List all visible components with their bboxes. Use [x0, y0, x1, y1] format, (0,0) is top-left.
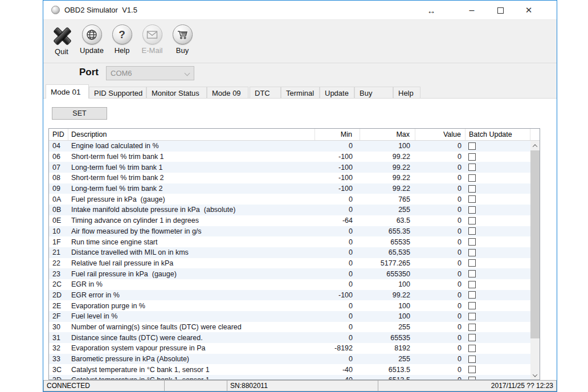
- port-combobox[interactable]: COM6: [106, 66, 194, 80]
- close-button[interactable]: ✕: [519, 1, 538, 20]
- max-cell: 6513.5: [360, 376, 415, 379]
- table-row[interactable]: 3D Catalyst temperature in °C bank 1, se…: [49, 375, 530, 379]
- table-row[interactable]: 2D EGR error in % -100 99.22 0: [49, 290, 530, 301]
- tab-update[interactable]: Update: [320, 87, 354, 99]
- description-cell: Evaporation purge in %: [68, 302, 315, 310]
- value-cell: 0: [415, 227, 466, 235]
- value-cell: 0: [415, 280, 466, 288]
- batch-update-checkbox[interactable]: [468, 174, 476, 182]
- vertical-scrollbar[interactable]: [530, 141, 540, 380]
- table-row[interactable]: 06 Short-term fuel % trim bank 1 -100 99…: [49, 152, 530, 162]
- table-row[interactable]: 2E Evaporation purge in % 0 100 0: [49, 300, 530, 311]
- batch-update-checkbox[interactable]: [468, 217, 476, 224]
- tab-pid-supported[interactable]: PID Supported: [89, 87, 146, 99]
- maximize-button[interactable]: [491, 1, 510, 20]
- description-cell: EGR in %: [68, 280, 315, 288]
- scroll-down-icon[interactable]: [530, 370, 540, 380]
- max-cell: 255: [360, 355, 415, 363]
- table-row[interactable]: 3C Catalyst temperature in °C bank 1, se…: [49, 364, 530, 375]
- batch-update-checkbox[interactable]: [468, 164, 476, 171]
- batch-update-checkbox[interactable]: [468, 227, 476, 235]
- batch-update-checkbox[interactable]: [468, 366, 476, 373]
- column-header-value[interactable]: Value: [415, 129, 466, 140]
- max-cell: 65,535: [360, 248, 415, 256]
- table-row[interactable]: 23 Fuel rail pressure in kPa (gauge) 0 6…: [49, 268, 530, 279]
- scrollbar-thumb[interactable]: [530, 150, 540, 338]
- tab-mode-09[interactable]: Mode 09: [207, 87, 248, 99]
- batch-update-checkbox[interactable]: [468, 334, 476, 341]
- column-header-batch-update[interactable]: Batch Update: [466, 129, 530, 140]
- table-row[interactable]: 21 Distance travelled with MIL on in kms…: [49, 247, 530, 258]
- resize-horizontal-icon[interactable]: ↔: [424, 1, 439, 20]
- obd2-simulator-window: OBD2 Simulator V1.5 ↔ – ✕ Quit Update ? …: [43, 0, 557, 392]
- batch-update-checkbox[interactable]: [468, 195, 476, 203]
- batch-update-checkbox[interactable]: [468, 291, 476, 299]
- batch-update-checkbox[interactable]: [468, 377, 476, 379]
- maximize-icon: [497, 7, 504, 14]
- table-row[interactable]: 1F Run time since engine start 0 65535 0: [49, 236, 530, 247]
- table-row[interactable]: 0A Fuel pressure in kPa (gauge) 0 765 0: [49, 194, 530, 205]
- update-button[interactable]: Update: [79, 24, 104, 55]
- column-header-description[interactable]: Description: [68, 129, 315, 140]
- batch-update-checkbox[interactable]: [468, 238, 476, 246]
- datetime: 2017/11/25 ?? 12:23: [378, 380, 557, 391]
- table-row[interactable]: 0B Intake manifold absolute pressure in …: [49, 205, 530, 215]
- buy-button[interactable]: Buy: [170, 24, 195, 55]
- help-button[interactable]: ? Help: [109, 24, 134, 55]
- min-cell: 0: [315, 312, 360, 320]
- table-row[interactable]: 04 Engine load calculated in % 0 100 0: [49, 141, 530, 152]
- port-value: COM6: [111, 69, 132, 77]
- table-row[interactable]: 2C EGR in % 0 100 0: [49, 279, 530, 290]
- tab-buy[interactable]: Buy: [354, 87, 393, 99]
- min-cell: -100: [315, 291, 360, 299]
- table-row[interactable]: 30 Number of warning(s) since faults (DT…: [49, 322, 530, 333]
- toolbar: Quit Update ? Help E-Mail: [43, 20, 557, 63]
- batch-update-checkbox[interactable]: [468, 302, 476, 309]
- minimize-button[interactable]: –: [462, 1, 481, 20]
- description-cell: Catalyst temperature in °C bank 1, senso…: [68, 366, 315, 374]
- batch-update-checkbox[interactable]: [468, 345, 476, 352]
- set-button[interactable]: SET: [52, 107, 107, 120]
- table-row[interactable]: 32 Evaporation system vapour pressure in…: [49, 343, 530, 354]
- batch-update-checkbox[interactable]: [468, 356, 476, 363]
- min-cell: 0: [315, 206, 360, 214]
- batch-update-checkbox[interactable]: [468, 142, 476, 150]
- batch-update-checkbox[interactable]: [468, 206, 476, 214]
- tab-monitor-status[interactable]: Monitor Status: [146, 87, 207, 99]
- table-row[interactable]: 31 Distance since faults (DTC) were clea…: [49, 332, 530, 343]
- min-cell: 0: [315, 334, 360, 342]
- description-cell: EGR error in %: [68, 291, 315, 299]
- pid-cell: 10: [49, 227, 68, 235]
- batch-update-checkbox[interactable]: [468, 249, 476, 256]
- description-cell: Timing advance on cylinder 1 in degrees: [68, 217, 315, 224]
- tab-dtc[interactable]: DTC: [250, 87, 281, 99]
- table-row[interactable]: 10 Air flow measured by the flowmeter in…: [49, 226, 530, 237]
- batch-update-checkbox[interactable]: [468, 313, 476, 320]
- scroll-up-icon[interactable]: [530, 141, 540, 150]
- tab-terminal[interactable]: Terminal: [281, 87, 320, 99]
- tab-strip: Mode 01PID SupportedMonitor StatusMode 0…: [43, 84, 557, 99]
- batch-update-checkbox[interactable]: [468, 259, 476, 267]
- table-row[interactable]: 33 Barometic pressure in kPa (Absolute) …: [49, 354, 530, 365]
- table-row[interactable]: 0E Timing advance on cylinder 1 in degre…: [49, 215, 530, 226]
- batch-update-checkbox[interactable]: [468, 270, 476, 277]
- quit-button[interactable]: Quit: [49, 24, 74, 56]
- batch-update-checkbox[interactable]: [468, 153, 476, 161]
- batch-update-checkbox[interactable]: [468, 324, 476, 331]
- table-row[interactable]: 07 Long-term fuel % trim bank 1 -100 99.…: [49, 162, 530, 173]
- table-row[interactable]: 22 Relative fuel rail pressure in kPa 0 …: [49, 258, 530, 269]
- column-header-pid[interactable]: PID: [49, 129, 68, 140]
- tab-mode-01[interactable]: Mode 01: [46, 84, 89, 99]
- pid-cell: 2E: [49, 302, 68, 310]
- description-cell: Short-term fuel % trim bank 1: [68, 153, 315, 161]
- tab-help[interactable]: Help: [393, 87, 420, 99]
- table-row[interactable]: 09 Long-term fuel % trim bank 2 -100 99.…: [49, 183, 530, 194]
- column-header-min[interactable]: Min: [315, 129, 360, 140]
- batch-update-checkbox[interactable]: [468, 281, 476, 288]
- table-row[interactable]: 08 Short-term fuel % trim bank 2 -100 99…: [49, 173, 530, 183]
- column-header-max[interactable]: Max: [360, 129, 415, 140]
- value-cell: 0: [415, 174, 466, 182]
- description-cell: Distance since faults (DTC) were cleared…: [68, 334, 315, 342]
- table-row[interactable]: 2F Fuel level in % 0 100 0: [49, 311, 530, 322]
- batch-update-checkbox[interactable]: [468, 185, 476, 193]
